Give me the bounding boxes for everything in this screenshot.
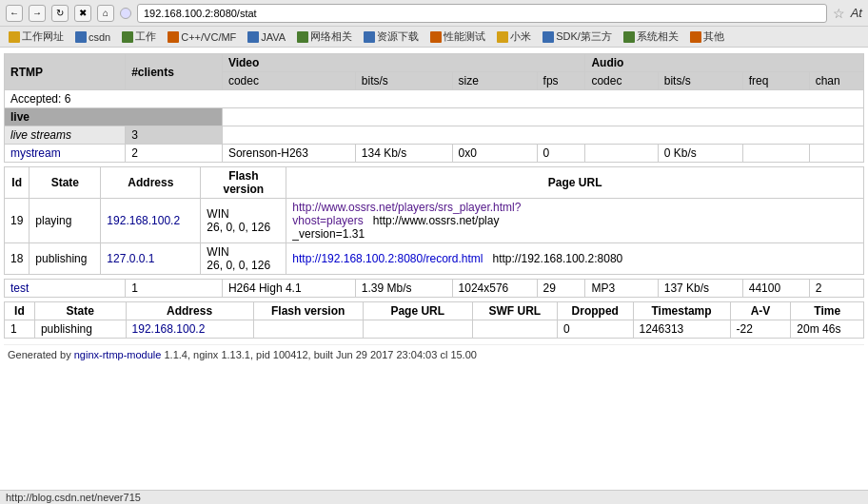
bm-label-4: C++/VC/MF (181, 31, 236, 43)
test-chan: 2 (809, 280, 863, 298)
tph-id: Id (5, 302, 35, 320)
ph-address: Address (101, 167, 201, 199)
refresh-button[interactable]: ↻ (51, 5, 69, 22)
back-button[interactable]: ← (6, 5, 23, 22)
bm-sdk[interactable]: SDK/第三方 (538, 29, 617, 45)
home-button[interactable]: ⌂ (97, 5, 114, 22)
ph-state: State (30, 167, 101, 199)
bm-csdn[interactable]: csdn (70, 30, 115, 44)
p18-pageurl-link[interactable]: http://192.168.100.2:8080/record.html (292, 252, 483, 265)
tph-dropped: Dropped (557, 302, 633, 320)
bm-icon-8 (430, 31, 442, 43)
test-player-row-1: 1 publishing 192.168.100.2 0 1246313 -22… (5, 320, 864, 339)
p18-id: 18 (5, 243, 30, 275)
tph-av: A-V (730, 302, 791, 320)
sub-header-abits: bits/s (658, 72, 742, 90)
bm-xiaomi[interactable]: 小米 (492, 29, 536, 45)
live-app-empty (222, 108, 863, 126)
bm-label-8: 性能测试 (444, 29, 485, 44)
p19-addr-link[interactable]: 192.168.100.2 (107, 214, 180, 227)
p18-flash: WIN26, 0, 0, 126 (201, 243, 286, 275)
mystream-fps: 0 (537, 145, 585, 163)
col-header-rtmp: RTMP (5, 54, 126, 90)
browser-toolbar: ← → ↻ ✖ ⌂ ☆ At (0, 0, 868, 27)
bm-resource[interactable]: 资源下载 (359, 29, 424, 45)
p18-state: publishing (30, 243, 101, 275)
bm-label-12: 其他 (703, 29, 724, 44)
bm-perf[interactable]: 性能测试 (425, 29, 490, 45)
tph-state: State (34, 302, 126, 320)
mystream-link[interactable]: mystream (10, 146, 61, 160)
tp1-id: 1 (5, 320, 35, 339)
mystream-bits: 134 Kb/s (355, 145, 452, 163)
bookmark-star[interactable]: ☆ (833, 6, 845, 21)
bm-other[interactable]: 其他 (685, 29, 729, 45)
mystream-codec: Sorenson-H263 (222, 145, 355, 163)
bm-gongzuowangzhi[interactable]: 工作网址 (4, 29, 69, 45)
test-codec: H264 High 4.1 (222, 280, 355, 298)
bm-system[interactable]: 系统相关 (619, 29, 683, 45)
tp1-timestamp: 1246313 (633, 320, 730, 339)
footer-version-text: 1.1.4, nginx 1.13.1, pid 100412, built J… (161, 349, 476, 360)
test-link[interactable]: test (10, 281, 29, 295)
p19-state: playing (30, 199, 101, 243)
bm-label-9: 小米 (510, 29, 531, 44)
sub-header-fps: fps (537, 72, 585, 90)
mystream-players-table: Id State Address Flashversion Page URL 1… (4, 166, 864, 275)
bm-network[interactable]: 网络相关 (292, 29, 357, 45)
ph-id: Id (5, 167, 30, 199)
ph-flash: Flashversion (201, 167, 286, 199)
test-abits: 137 Kb/s (658, 280, 742, 298)
test-stream-row: test 1 H264 High 4.1 1.39 Mb/s 1024x576 … (5, 280, 864, 298)
test-bits: 1.39 Mb/s (355, 280, 452, 298)
tp1-dropped: 0 (557, 320, 633, 339)
bm-gongzuo[interactable]: 工作 (117, 29, 161, 45)
sub-header-vsize: size (452, 72, 537, 90)
test-stat-table: test 1 H264 High 4.1 1.39 Mb/s 1024x576 … (4, 279, 864, 298)
mystream-link-cell: mystream (5, 145, 126, 163)
at-label: At (851, 6, 862, 20)
test-size: 1024x576 (452, 280, 537, 298)
bm-label-11: 系统相关 (637, 29, 679, 44)
sub-header-acodec: codec (585, 72, 658, 90)
bm-java[interactable]: JAVA (243, 30, 290, 44)
mystream-row: mystream 2 Sorenson-H263 134 Kb/s 0x0 0 … (5, 145, 864, 163)
mystream-size: 0x0 (452, 145, 537, 163)
bm-icon-3 (122, 31, 133, 43)
footer-generated-text: Generated by (8, 349, 74, 360)
live-streams-clients: 3 (126, 126, 223, 145)
security-icon (120, 8, 131, 19)
bm-icon-2 (75, 31, 87, 43)
forward-button[interactable]: → (29, 5, 46, 22)
footer-module-link[interactable]: nginx-rtmp-module (74, 349, 162, 360)
bm-icon-11 (623, 31, 635, 43)
tp1-swfurl (472, 320, 557, 339)
bm-label-3: 工作 (135, 29, 156, 44)
tp1-addr-link[interactable]: 192.168.100.2 (132, 322, 206, 336)
accepted-value: Accepted: 6 (5, 90, 864, 108)
live-streams-label: live streams (5, 126, 126, 145)
test-link-cell: test (5, 280, 126, 298)
tph-timestamp: Timestamp (633, 302, 730, 320)
tp1-pageurl (363, 320, 472, 339)
mystream-player-row-18: 18 publishing 127.0.0.1 WIN26, 0, 0, 126… (5, 243, 864, 275)
bm-icon-7 (364, 31, 375, 43)
bookmarks-bar: 工作网址 csdn 工作 C++/VC/MF JAVA 网络相关 资源下载 性能… (0, 27, 868, 48)
col-header-audio: Audio (585, 54, 864, 72)
test-acodec: MP3 (585, 280, 658, 298)
sub-header-vbits: bits/s (355, 72, 452, 90)
stop-button[interactable]: ✖ (74, 5, 91, 22)
test-freq: 44100 (742, 280, 809, 298)
bm-icon-4 (168, 31, 179, 43)
p19-pageurl-link[interactable]: http://www.ossrs.net/players/srs_player.… (292, 201, 521, 227)
tp1-addr: 192.168.100.2 (126, 320, 253, 339)
mystream-chan (809, 145, 863, 163)
bm-cpp[interactable]: C++/VC/MF (163, 30, 241, 44)
test-fps: 29 (537, 280, 585, 298)
ph-pageurl: Page URL (286, 167, 864, 199)
p18-addr-link[interactable]: 127.0.0.1 (107, 252, 154, 265)
bm-icon-6 (297, 31, 308, 43)
tp1-av: -22 (730, 320, 791, 339)
main-content: RTMP #clients Video Audio codec bits/s s… (0, 48, 868, 370)
address-input[interactable] (137, 4, 827, 23)
